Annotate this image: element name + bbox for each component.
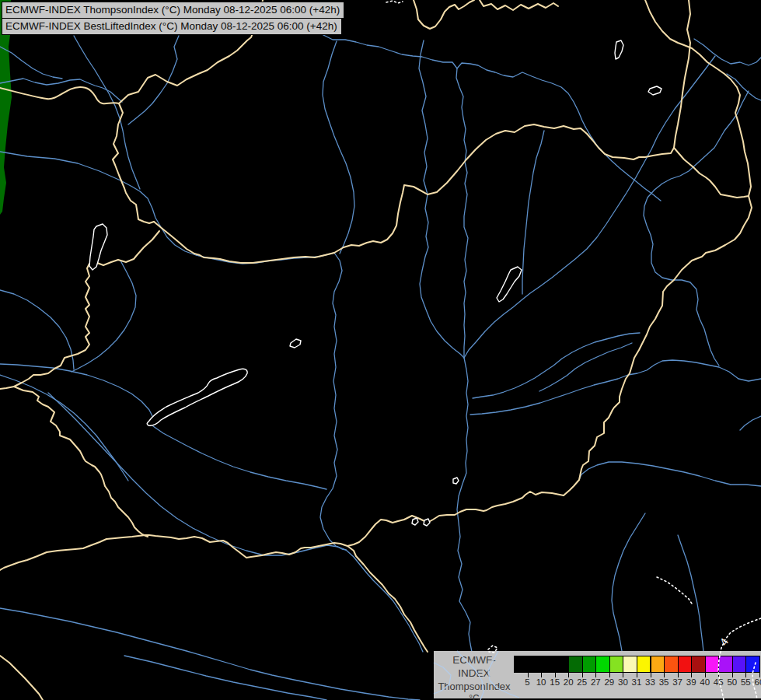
legend-cell xyxy=(595,656,610,673)
map-title-line2: ECMWF-INDEX BestLiftedIndex (°C) Monday … xyxy=(5,20,337,32)
map-canvas xyxy=(0,0,761,700)
legend-cell xyxy=(745,656,760,673)
map-title-best-lifted-index: ECMWF-INDEX BestLiftedIndex (°C) Monday … xyxy=(2,18,342,35)
legend-cell xyxy=(555,656,570,673)
legend-cell xyxy=(705,656,720,673)
legend-cell xyxy=(541,656,556,673)
legend-cell xyxy=(637,656,651,673)
legend-model-name: ECMWF-INDEX xyxy=(437,653,511,680)
legend-unit: °C xyxy=(437,693,511,700)
color-scale-legend: ECMWF-INDEX ThompsonIndex °C 51015202527… xyxy=(434,651,761,698)
legend-tick-label: 60 xyxy=(749,677,761,687)
legend-cell xyxy=(691,656,706,673)
legend-cell xyxy=(514,656,529,673)
legend-cell xyxy=(623,656,637,673)
legend-parameter-name: ThompsonIndex xyxy=(437,680,511,693)
legend-cell xyxy=(609,656,624,673)
map-title-line1: ECMWF-INDEX ThompsonIndex (°C) Monday 08… xyxy=(5,4,340,16)
legend-cell xyxy=(582,656,597,673)
legend-cell xyxy=(664,656,679,673)
legend-cell xyxy=(718,656,733,673)
legend-label: ECMWF-INDEX ThompsonIndex °C xyxy=(437,653,511,700)
legend-cell xyxy=(732,656,747,673)
map-title-thompson-index: ECMWF-INDEX ThompsonIndex (°C) Monday 08… xyxy=(2,2,344,19)
legend-cell xyxy=(651,656,665,673)
weather-map-screen: ECMWF-INDEX ThompsonIndex (°C) Monday 08… xyxy=(0,0,761,700)
legend-cell xyxy=(568,656,583,673)
legend-cell xyxy=(678,656,693,673)
legend-cell xyxy=(528,656,543,673)
